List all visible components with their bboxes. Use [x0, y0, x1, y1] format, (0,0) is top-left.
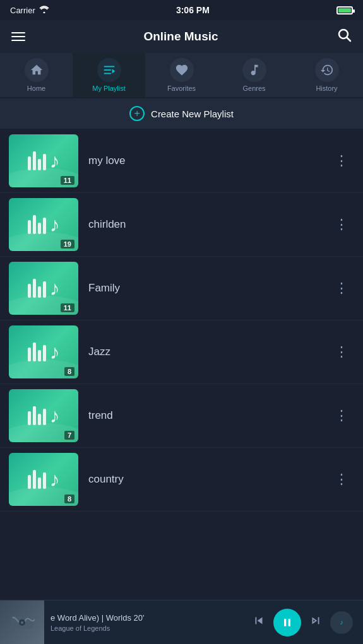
home-icon: [25, 58, 49, 82]
playlist-name: Jazz: [78, 346, 330, 358]
track-count-badge: 11: [61, 176, 74, 185]
playlist-item[interactable]: ♪ 19 chirlden ⋮: [0, 193, 363, 257]
now-playing-artist: League of Legends: [51, 624, 249, 632]
playlist-thumbnail: ♪ 7: [9, 389, 78, 442]
genres-icon: [242, 58, 266, 82]
playlist-thumbnail: ♪ 11: [9, 134, 78, 187]
heart-icon: [170, 58, 194, 82]
playlist-thumbnail: ♪ 19: [9, 198, 78, 251]
track-count-badge: 7: [64, 431, 74, 440]
music-bars-icon: [28, 151, 46, 170]
playlist-menu-button[interactable]: ⋮: [330, 148, 354, 174]
playlist-name: country: [78, 473, 330, 486]
tab-favorites[interactable]: Favorites: [145, 53, 218, 97]
status-bar: Carrier 3:06 PM: [0, 0, 363, 20]
wifi-icon: [39, 5, 49, 15]
playlist-item[interactable]: ♪ 11 my love ⋮: [0, 129, 363, 193]
playlist-name: chirlden: [78, 218, 330, 231]
music-bars-icon: [28, 470, 46, 489]
playlist-item[interactable]: ♪ 8 country ⋮: [0, 448, 363, 512]
tab-history[interactable]: History: [290, 53, 363, 97]
playlist-thumbnail: ♪ 8: [9, 453, 78, 506]
now-playing-bar: e Word Alive) | Worlds 20' League of Leg…: [0, 600, 363, 644]
music-bars-icon: [28, 279, 46, 298]
carrier-label: Carrier: [10, 6, 35, 15]
playlist-item[interactable]: ♪ 11 Family ⋮: [0, 257, 363, 320]
prev-button[interactable]: [249, 611, 268, 634]
music-bars-icon: [28, 342, 46, 361]
track-count-badge: 8: [64, 367, 74, 376]
playlist-item[interactable]: ♪ 7 trend ⋮: [0, 384, 363, 448]
tab-genres-label: Genres: [242, 85, 265, 92]
playlist-thumbnail: ♪ 8: [9, 325, 78, 378]
search-icon[interactable]: [336, 27, 352, 46]
next-button[interactable]: [306, 611, 325, 634]
playlist-item[interactable]: ♪ 8 Jazz ⋮: [0, 320, 363, 384]
tab-myplaylist[interactable]: My Playlist: [73, 53, 145, 97]
svg-line-1: [347, 38, 351, 42]
playlist-menu-button[interactable]: ⋮: [330, 402, 354, 429]
app-logo-small: ♪: [330, 611, 353, 634]
playlist-thumbnail: ♪ 11: [9, 262, 78, 315]
playlist-menu-button[interactable]: ⋮: [330, 339, 354, 365]
playlist-list: ♪ 11 my love ⋮ ♪ 19 chirlden ⋮: [0, 129, 363, 512]
playlist-name: Family: [78, 282, 330, 295]
tab-home[interactable]: Home: [0, 53, 73, 97]
now-playing-thumb: [0, 600, 44, 645]
time-display: 3:06 PM: [176, 5, 210, 15]
playback-controls: ♪: [249, 609, 363, 636]
playlist-name: trend: [78, 409, 330, 422]
tab-bar: Home My Playlist Favorites Genre: [0, 53, 363, 98]
app-title: Online Music: [143, 30, 218, 44]
tab-history-label: History: [316, 85, 337, 92]
tab-genres[interactable]: Genres: [218, 53, 290, 97]
playlist-menu-button[interactable]: ⋮: [330, 466, 354, 493]
tab-myplaylist-label: My Playlist: [92, 85, 126, 92]
plus-circle-icon: +: [129, 106, 145, 121]
play-pause-button[interactable]: [273, 609, 301, 636]
track-count-badge: 8: [64, 495, 74, 503]
music-bars-icon: [28, 215, 46, 234]
create-playlist-label: Create New Playlist: [151, 108, 234, 119]
playlist-name: my love: [78, 155, 330, 167]
playlist-menu-button[interactable]: ⋮: [330, 275, 354, 302]
now-playing-title: e Word Alive) | Worlds 20': [51, 613, 249, 623]
playlist-menu-button[interactable]: ⋮: [330, 211, 354, 238]
create-playlist-bar[interactable]: + Create New Playlist: [0, 98, 363, 129]
history-icon: [315, 58, 339, 82]
app-header: Online Music: [0, 20, 363, 53]
playlist-icon: [97, 58, 121, 82]
track-count-badge: 11: [61, 303, 74, 312]
hamburger-menu[interactable]: [11, 32, 25, 41]
now-playing-info: e Word Alive) | Worlds 20' League of Leg…: [44, 613, 249, 632]
tab-favorites-label: Favorites: [167, 85, 196, 92]
music-bars-icon: [28, 406, 46, 425]
tab-home-label: Home: [27, 85, 45, 92]
svg-point-8: [21, 621, 23, 624]
track-count-badge: 19: [61, 240, 74, 249]
battery-icon: [336, 6, 353, 15]
svg-marker-5: [112, 69, 115, 73]
